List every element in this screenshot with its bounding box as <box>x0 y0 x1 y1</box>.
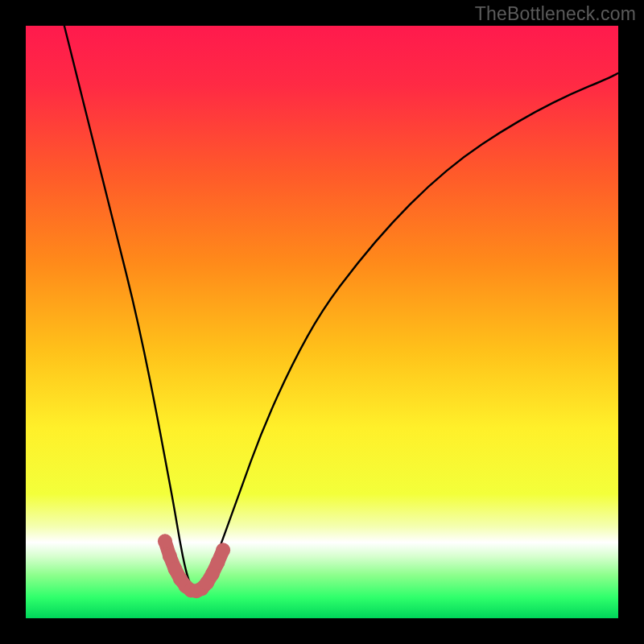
watermark-text: TheBottleneck.com <box>475 3 636 25</box>
min-marker-dot <box>163 549 177 564</box>
plot-area <box>26 26 618 618</box>
outer-frame: TheBottleneck.com <box>0 0 644 644</box>
min-marker-dot <box>210 555 225 570</box>
chart-svg <box>26 26 618 618</box>
min-marker-dot <box>216 543 230 557</box>
min-marker-dot <box>158 534 172 548</box>
